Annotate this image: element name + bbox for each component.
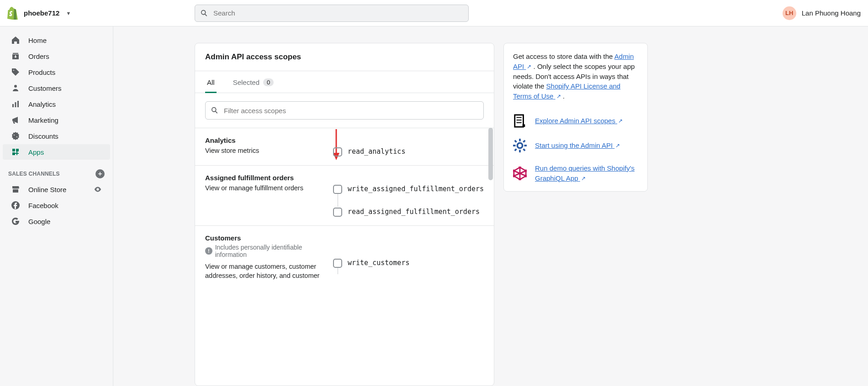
scope-checkbox-write-customers[interactable] <box>333 259 342 268</box>
svg-point-0 <box>14 85 17 88</box>
search-icon <box>211 106 219 115</box>
orders-icon <box>11 52 20 61</box>
discount-icon <box>11 131 20 141</box>
store-switcher[interactable]: phoebe712 ▼ <box>7 7 71 20</box>
caret-down-icon: ▼ <box>66 10 71 16</box>
external-link-icon <box>580 174 586 182</box>
sidebar-item-label: Customers <box>28 84 62 92</box>
view-store-icon[interactable] <box>94 185 102 193</box>
sidebar-item-online-store[interactable]: Online Store <box>3 182 110 197</box>
scope-checkbox-read-analytics[interactable] <box>333 147 342 156</box>
topbar: phoebe712 ▼ LH Lan Phuong Hoang <box>0 0 868 26</box>
apps-icon <box>11 147 20 156</box>
analytics-icon <box>11 99 20 109</box>
pii-notice: ! Includes personally identifiable infor… <box>205 244 333 258</box>
svg-rect-14 <box>523 124 525 127</box>
person-icon <box>11 83 20 93</box>
filter <box>195 93 494 128</box>
sidebar-item-label: Orders <box>28 52 49 60</box>
user-name: Lan Phuong Hoang <box>802 9 861 17</box>
sidebar-item-label: Apps <box>28 148 44 156</box>
svg-line-22 <box>515 149 517 151</box>
graphql-pixel-icon <box>513 167 527 180</box>
svg-point-15 <box>517 143 522 148</box>
add-channel-button[interactable]: ＋ <box>95 169 105 178</box>
tab-all[interactable]: All <box>205 71 217 93</box>
external-link-icon <box>556 92 561 100</box>
google-icon <box>11 217 20 226</box>
user-menu[interactable]: LH Lan Phuong Hoang <box>783 6 861 20</box>
scope-group-analytics: Analytics View store metrics read_analyt… <box>195 128 494 165</box>
sidebar-item-label: Online Store <box>28 186 85 193</box>
sidebar-item-apps[interactable]: Apps <box>3 144 110 160</box>
external-link-icon <box>617 117 623 125</box>
info-icon: ! <box>205 247 212 255</box>
scope-checkbox-write-assigned-fulfillment[interactable] <box>333 185 342 194</box>
store-icon <box>11 185 20 194</box>
svg-rect-2 <box>15 102 16 107</box>
sidebar-item-facebook[interactable]: Facebook <box>3 198 110 213</box>
svg-line-23 <box>524 141 525 142</box>
sidebar-item-marketing[interactable]: Marketing <box>3 112 110 128</box>
sidebar-item-analytics[interactable]: Analytics <box>3 96 110 112</box>
tab-selected[interactable]: Selected 0 <box>231 71 276 93</box>
scope-row: write_customers <box>333 258 484 268</box>
sidebar-item-label: Products <box>28 68 55 76</box>
sidebar: Home Orders Products Customers Analytics… <box>0 26 113 386</box>
help-text: Get access to store data with the Admin … <box>513 52 638 101</box>
content: Admin API access scopes All Selected 0 <box>113 26 868 386</box>
scope-group-desc: View store metrics <box>205 146 333 155</box>
sidebar-item-label: Analytics <box>28 100 56 108</box>
tabs: All Selected 0 <box>195 71 494 93</box>
sidebar-item-discounts[interactable]: Discounts <box>3 128 110 144</box>
scrollbar[interactable] <box>488 128 493 386</box>
scope-checkbox-read-assigned-fulfillment[interactable] <box>333 208 342 217</box>
scope-name: write_customers <box>348 258 409 268</box>
svg-line-20 <box>515 141 517 142</box>
svg-rect-3 <box>17 101 19 107</box>
external-link-icon <box>614 141 620 149</box>
svg-rect-4 <box>12 149 15 151</box>
megaphone-icon <box>11 115 20 125</box>
shopify-logo-icon <box>7 7 18 20</box>
scope-group-title: Analytics <box>205 136 333 144</box>
scope-row: write_assigned_fulfillment_orders <box>333 184 484 194</box>
link-start-using-api[interactable]: Start using the Admin API <box>535 141 620 151</box>
tag-icon <box>11 68 20 77</box>
scope-name: write_assigned_fulfillment_orders <box>348 184 484 194</box>
sidebar-item-orders[interactable]: Orders <box>3 48 110 64</box>
link-explore-scopes[interactable]: Explore Admin API scopes <box>535 116 623 126</box>
help-link-row: Start using the Admin API <box>513 139 638 152</box>
sidebar-item-customers[interactable]: Customers <box>3 80 110 96</box>
sidebar-item-google[interactable]: Google <box>3 214 110 229</box>
scope-connector <box>338 194 338 207</box>
scroll-icon <box>513 114 527 128</box>
svg-rect-1 <box>12 104 14 107</box>
search-input[interactable] <box>195 5 469 22</box>
link-graphiql-app[interactable]: Run demo queries with Shopify's GraphiQL… <box>535 163 638 183</box>
svg-line-21 <box>524 149 525 151</box>
scope-group-customers: Customers ! Includes personally identifi… <box>195 225 494 289</box>
filter-input[interactable] <box>205 101 484 120</box>
scope-group-title: Assigned fulfillment orders <box>205 174 333 182</box>
sidebar-item-home[interactable]: Home <box>3 32 110 48</box>
help-card: Get access to store data with the Admin … <box>503 43 648 192</box>
sidebar-item-label: Marketing <box>28 116 58 124</box>
tab-selected-label: Selected <box>233 78 259 86</box>
sidebar-item-label: Discounts <box>28 132 58 140</box>
scope-row: read_analytics <box>333 146 484 157</box>
search-icon <box>200 9 208 17</box>
home-icon <box>11 36 20 45</box>
svg-rect-10 <box>515 115 524 127</box>
svg-rect-6 <box>12 152 15 155</box>
search <box>195 5 469 22</box>
store-name: phoebe712 <box>24 9 59 17</box>
help-link-row: Explore Admin API scopes <box>513 114 638 128</box>
scope-name: read_assigned_fulfillment_orders <box>348 207 480 217</box>
sidebar-item-products[interactable]: Products <box>3 64 110 80</box>
help-link-row: Run demo queries with Shopify's GraphiQL… <box>513 163 638 183</box>
card-title: Admin API access scopes <box>195 43 494 71</box>
sidebar-section-label: SALES CHANNELS <box>8 171 60 177</box>
sidebar-section-sales-channels: SALES CHANNELS ＋ <box>0 160 113 181</box>
facebook-icon <box>11 201 20 210</box>
